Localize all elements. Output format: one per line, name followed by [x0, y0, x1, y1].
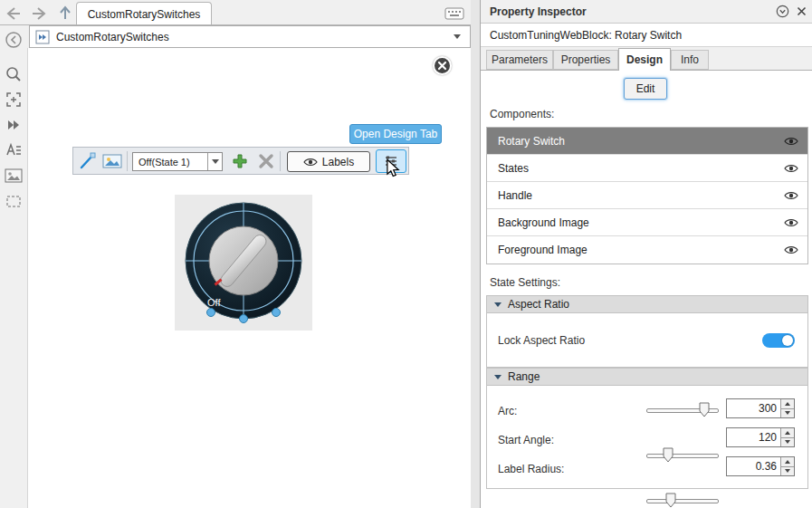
panel-splitter[interactable] [471, 0, 480, 508]
arc-input[interactable]: 300 [726, 398, 795, 418]
labels-button-label: Labels [322, 156, 354, 168]
spinner-down-icon[interactable] [781, 466, 794, 476]
slider-thumb[interactable] [665, 493, 676, 508]
breadcrumb-caret-icon[interactable] [454, 34, 461, 39]
line-tool-icon [78, 151, 98, 171]
components-label: Components: [490, 107, 554, 121]
back-arrow-glyph [5, 6, 23, 21]
eye-icon[interactable] [784, 244, 798, 255]
add-state-button[interactable] [229, 150, 251, 172]
label-radius-slider[interactable] [646, 493, 719, 508]
lock-aspect-ratio-label: Lock Aspect Ratio [498, 333, 585, 348]
delete-state-button[interactable] [255, 150, 277, 172]
forward-icon[interactable] [29, 5, 49, 21]
breadcrumb[interactable]: CustomRotarySwitches [29, 25, 471, 48]
back-icon[interactable] [4, 5, 24, 21]
application-window: CustomRotarySwitches CustomRotarySwitche… [0, 0, 812, 508]
block-icon [35, 30, 50, 44]
cursor-icon [386, 158, 400, 181]
up-icon[interactable] [56, 4, 74, 22]
breadcrumb-model-label: CustomRotarySwitches [56, 31, 454, 43]
collapse-icon [494, 375, 502, 379]
range-section-body: Arc: 300 Start Angle: [486, 386, 808, 489]
keyboard-icon[interactable] [444, 6, 465, 20]
line-tool-button[interactable] [77, 150, 99, 172]
block-heading-text: CustomTuningWebBlock: Rotary Switch [490, 29, 682, 42]
arc-label: Arc: [498, 404, 517, 418]
start-angle-label: Start Angle: [498, 433, 554, 447]
eye-icon[interactable] [784, 190, 798, 201]
state-label: Off [207, 297, 221, 308]
state-settings-label: State Settings: [490, 275, 560, 290]
spinner-down-icon[interactable] [781, 408, 794, 418]
image-tool-icon [102, 153, 122, 169]
arc-slider[interactable] [646, 402, 719, 418]
slider-thumb[interactable] [699, 402, 710, 417]
collapse-icon [494, 302, 502, 307]
spinner [780, 428, 794, 446]
tooltip-text: Open Design Tab [354, 128, 438, 140]
design-toolbar: Off(State 1) Labels [72, 147, 409, 175]
spinner-up-icon[interactable] [781, 428, 794, 437]
block-heading: CustomTuningWebBlock: Rotary Switch [481, 24, 812, 47]
hide-browser-icon[interactable] [5, 31, 23, 49]
tab-info[interactable]: Info [671, 50, 709, 70]
label-radius-label: Label Radius: [498, 462, 564, 476]
tab-design[interactable]: Design [618, 48, 671, 71]
tab-parameters[interactable]: Parameters [486, 50, 553, 70]
dropdown-caret-icon [207, 153, 222, 170]
document-tab[interactable]: CustomRotarySwitches [76, 2, 212, 25]
image-tool-button[interactable] [101, 150, 123, 172]
panel-title: Property Inspector [481, 5, 773, 18]
slider-thumb[interactable] [663, 447, 673, 463]
step-forward-icon[interactable] [5, 116, 23, 134]
component-row-background-image[interactable]: Background Image [487, 209, 807, 236]
spinner [780, 457, 794, 475]
labels-toggle-button[interactable]: Labels [287, 151, 370, 172]
component-row-handle[interactable]: Handle [487, 182, 807, 209]
add-state-icon [231, 152, 249, 170]
state-handle-dot[interactable] [207, 309, 215, 317]
rotary-switch-widget[interactable]: Off [175, 195, 312, 331]
up-arrow-glyph [57, 5, 73, 21]
keyboard-glyph [444, 7, 464, 20]
panel-close-icon[interactable] [791, 3, 811, 21]
eye-icon[interactable] [784, 136, 798, 147]
component-row-states[interactable]: States [487, 155, 807, 182]
edit-button[interactable]: Edit [624, 78, 667, 100]
state-handle-dot[interactable] [240, 315, 248, 323]
state-handle-dot[interactable] [272, 309, 281, 317]
annotation-icon[interactable] [5, 141, 23, 159]
close-overlay-button[interactable] [433, 56, 452, 75]
state-selector-dropdown[interactable]: Off(State 1) [132, 152, 223, 171]
lock-aspect-ratio-toggle[interactable] [762, 333, 795, 348]
eye-icon[interactable] [784, 217, 798, 228]
panel-menu-icon[interactable] [773, 3, 791, 21]
component-row-rotary-switch[interactable]: Rotary Switch [487, 128, 807, 155]
spinner-up-icon[interactable] [781, 457, 794, 466]
range-section-header[interactable]: Range [486, 368, 808, 386]
slider-track[interactable] [646, 499, 719, 503]
forward-arrow-glyph [30, 6, 48, 21]
delete-state-icon [258, 153, 274, 169]
aspect-ratio-section-header[interactable]: Aspect Ratio [486, 295, 808, 313]
slider-track[interactable] [646, 454, 719, 458]
spinner [780, 399, 794, 417]
label-radius-input[interactable]: 0.36 [726, 456, 795, 476]
eye-icon[interactable] [784, 163, 798, 174]
fit-to-view-icon[interactable] [5, 91, 23, 109]
open-design-tab-tooltip: Open Design Tab [349, 124, 442, 144]
start-angle-input[interactable]: 120 [726, 427, 795, 447]
spinner-up-icon[interactable] [781, 399, 794, 408]
zoom-icon[interactable] [5, 65, 23, 83]
spinner-down-icon[interactable] [781, 437, 794, 447]
panel-header: Property Inspector [481, 0, 812, 24]
state-selector-value: Off(State 1) [133, 157, 207, 168]
toolbar-separator [127, 151, 128, 171]
tab-properties[interactable]: Properties [553, 50, 618, 70]
component-row-foreground-image[interactable]: Foreground Image [487, 236, 807, 264]
area-icon[interactable] [5, 192, 23, 210]
start-angle-slider[interactable] [646, 447, 719, 464]
image-icon[interactable] [5, 167, 23, 185]
close-icon [437, 61, 447, 71]
